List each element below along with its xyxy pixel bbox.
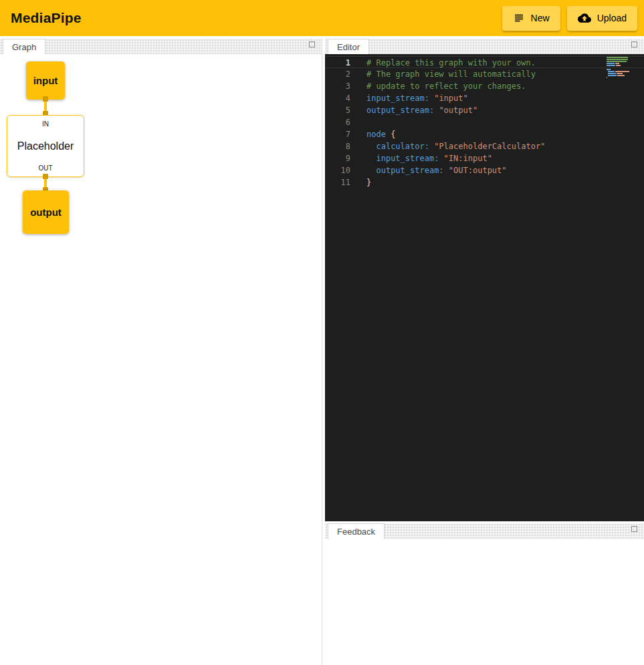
code-line[interactable]: 3# update to reflect your changes.: [325, 80, 644, 92]
line-number: 3: [325, 80, 350, 92]
code-text: node {: [366, 128, 395, 140]
editor-maximize-icon[interactable]: [631, 41, 637, 47]
new-button-label: New: [531, 13, 550, 23]
minimap-row: [607, 77, 633, 79]
graph-node-input[interactable]: input: [26, 61, 65, 100]
upload-button-label: Upload: [597, 13, 627, 23]
code-line[interactable]: 4input_stream: "input": [325, 92, 644, 104]
line-number: 9: [325, 152, 350, 164]
code-text: # Replace this graph with your own.: [366, 57, 536, 68]
output-node-label: output: [30, 207, 62, 218]
graph-panel: Graph input IN Placeholder OUT output: [0, 39, 322, 665]
code-text: output_stream: "OUT:output": [366, 164, 507, 176]
line-number: 5: [325, 104, 350, 116]
code-line[interactable]: 10 output_stream: "OUT:output": [325, 164, 644, 176]
editor-panel: Editor 1# Replace this graph with your o…: [325, 39, 644, 521]
feedback-tab-label: Feedback: [337, 527, 375, 537]
code-line[interactable]: 7node {: [325, 128, 644, 140]
code-editor[interactable]: 1# Replace this graph with your own.2# T…: [325, 54, 644, 521]
code-text: # update to reflect your changes.: [366, 80, 526, 92]
new-graph-icon: [513, 12, 525, 24]
editor-tab-label: Editor: [337, 42, 360, 52]
graph-node-output[interactable]: output: [23, 190, 69, 234]
upload-button[interactable]: Upload: [567, 6, 637, 31]
tab-feedback[interactable]: Feedback: [328, 523, 385, 539]
graph-panel-strip: Graph: [0, 39, 322, 54]
editor-minimap[interactable]: [607, 57, 633, 79]
editor-content: 1# Replace this graph with your own.2# T…: [325, 54, 644, 521]
graph-maximize-icon[interactable]: [309, 41, 315, 47]
code-line[interactable]: 8 calculator: "PlaceholderCalculator": [325, 140, 644, 152]
code-line[interactable]: 2# The graph view will automatically: [325, 68, 644, 80]
line-number: 11: [325, 176, 350, 188]
tab-graph[interactable]: Graph: [3, 39, 45, 54]
app-title: MediaPipe: [11, 10, 82, 26]
code-text: input_stream: "input": [366, 92, 468, 104]
input-node-label: input: [33, 75, 58, 86]
line-number: 4: [325, 92, 350, 104]
header-buttons: New Upload: [502, 6, 637, 31]
graph-tab-label: Graph: [12, 42, 36, 52]
line-number: 6: [325, 116, 350, 128]
graph-canvas[interactable]: input IN Placeholder OUT output: [0, 54, 322, 665]
new-button[interactable]: New: [502, 6, 560, 31]
code-line[interactable]: 1# Replace this graph with your own.: [325, 56, 644, 68]
code-text: # The graph view will automatically: [366, 68, 536, 80]
feedback-maximize-icon[interactable]: [631, 526, 637, 532]
feedback-content: [325, 539, 644, 665]
line-number: 7: [325, 128, 350, 140]
edge-cap: [43, 96, 48, 102]
app-header: MediaPipe New Upload: [0, 0, 644, 36]
code-line[interactable]: 5output_stream: "output": [325, 104, 644, 116]
code-line[interactable]: 6: [325, 116, 644, 128]
line-number: 10: [325, 164, 350, 176]
graph-node-placeholder[interactable]: IN Placeholder OUT: [7, 115, 84, 177]
placeholder-out-port: OUT: [38, 164, 52, 172]
code-line[interactable]: 11}: [325, 176, 644, 188]
line-number: 8: [325, 140, 350, 152]
code-line[interactable]: 9 input_stream: "IN:input": [325, 152, 644, 164]
editor-panel-strip: Editor: [325, 39, 644, 54]
code-text: output_stream: "output": [366, 104, 477, 116]
feedback-panel-strip: Feedback: [325, 523, 644, 539]
line-number: 2: [325, 68, 350, 80]
code-text: }: [366, 176, 371, 188]
mediapipe-visualizer: { "app": { "title": "MediaPipe" }, "tool…: [0, 0, 644, 665]
placeholder-in-port: IN: [42, 120, 49, 128]
edge-cap: [43, 174, 48, 179]
tab-editor[interactable]: Editor: [328, 39, 369, 54]
cloud-upload-icon: [578, 11, 591, 25]
line-number: 1: [325, 57, 350, 68]
feedback-panel: Feedback: [325, 523, 644, 665]
placeholder-node-label: Placeholder: [17, 140, 74, 152]
code-text: input_stream: "IN:input": [366, 152, 492, 164]
code-text: calculator: "PlaceholderCalculator": [366, 140, 545, 152]
